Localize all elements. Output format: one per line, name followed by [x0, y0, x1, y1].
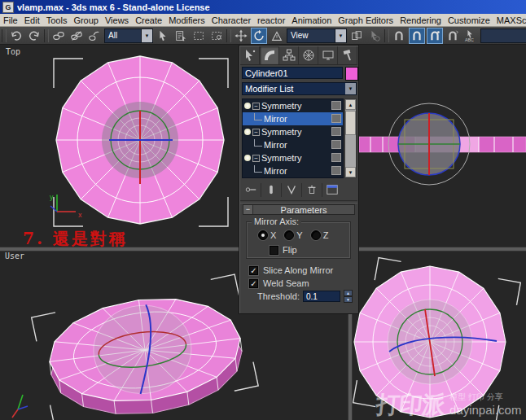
scroll-down-button[interactable]: ▼: [345, 167, 356, 177]
menu-item-tools[interactable]: Tools: [43, 15, 71, 25]
tab-hierarchy[interactable]: [279, 46, 299, 64]
tab-motion[interactable]: [299, 46, 318, 64]
use-pivot-point-center-button[interactable]: [348, 28, 365, 44]
modifier-list-dropdown[interactable]: Modifier List ▼: [242, 82, 357, 95]
stack-row-box[interactable]: [331, 101, 341, 110]
radio-axis-z[interactable]: [311, 230, 321, 240]
menu-item-reactor[interactable]: reactor: [254, 15, 288, 25]
selection-filter-dropdown[interactable]: All ▼: [104, 28, 153, 43]
menu-item-animation[interactable]: Animation: [288, 15, 335, 25]
slice-along-mirror-checkbox[interactable]: ✓: [249, 266, 258, 275]
menu-item-maxscript[interactable]: MAXScript: [493, 15, 526, 25]
spinner-down-icon[interactable]: ▼: [344, 296, 353, 303]
menu-item-graph-editors[interactable]: Graph Editors: [335, 15, 397, 25]
select-by-name-button[interactable]: [173, 28, 189, 44]
dropdown-arrow-icon[interactable]: ▼: [141, 29, 152, 42]
scroll-up-button[interactable]: ▲: [345, 99, 356, 110]
make-unique-button[interactable]: [282, 183, 302, 197]
stack-row-symmetry[interactable]: − Symmetry: [243, 99, 343, 112]
menu-item-character[interactable]: Character: [208, 15, 254, 25]
lightbulb-icon[interactable]: [244, 129, 251, 135]
dropdown-arrow-icon[interactable]: ▼: [345, 83, 356, 94]
tree-connector: [254, 139, 262, 147]
window-crossing-toggle-button[interactable]: [208, 28, 225, 44]
remove-modifier-button[interactable]: [302, 183, 322, 197]
radio-axis-y[interactable]: [284, 230, 294, 240]
front-viewport-cylinder-object[interactable]: [359, 103, 526, 185]
percent-snap-toggle-button[interactable]: [427, 28, 443, 44]
menu-item-group[interactable]: Group: [70, 15, 102, 25]
tab-create[interactable]: [240, 46, 260, 64]
weld-seam-checkbox[interactable]: ✓: [249, 279, 258, 288]
weld-seam-label: Weld Seam: [263, 278, 309, 288]
rollout-collapse-icon[interactable]: −: [243, 205, 253, 214]
object-name-field[interactable]: Cylinder01: [242, 67, 343, 79]
stack-row-box[interactable]: [331, 166, 341, 175]
named-selection-sets-dropdown[interactable]: ▼: [480, 28, 526, 43]
stack-row-box[interactable]: [331, 153, 341, 162]
tab-utilities[interactable]: [338, 46, 357, 64]
collapse-icon[interactable]: −: [252, 103, 260, 110]
configure-modifier-sets-button[interactable]: [322, 183, 342, 197]
menu-item-views[interactable]: Views: [102, 15, 132, 25]
spinner-snap-toggle-button[interactable]: [445, 28, 461, 44]
toolbar-separator: [384, 29, 389, 42]
collapse-icon[interactable]: −: [252, 155, 260, 162]
threshold-label: Threshold:: [257, 291, 300, 301]
lightbulb-icon[interactable]: [244, 103, 251, 109]
viewport-label-top[interactable]: Top: [6, 47, 20, 56]
rectangular-selection-region-button[interactable]: [191, 28, 207, 44]
tab-display[interactable]: [318, 46, 338, 64]
top-viewport-cylinder-object[interactable]: [56, 56, 224, 224]
reference-coordinate-value: View: [287, 31, 335, 40]
stack-row-box[interactable]: [331, 140, 341, 149]
show-end-result-button[interactable]: [261, 183, 282, 197]
threshold-input[interactable]: 0.1: [303, 291, 340, 302]
stack-row-mirror[interactable]: Mirror: [243, 138, 343, 151]
collapse-icon[interactable]: −: [252, 129, 260, 136]
select-and-move-button[interactable]: [233, 28, 249, 44]
object-color-swatch[interactable]: [345, 67, 358, 81]
lightbulb-icon[interactable]: [244, 155, 251, 161]
stack-row-symmetry[interactable]: − Symmetry: [243, 151, 343, 164]
dropdown-arrow-icon[interactable]: ▼: [335, 29, 346, 42]
panel-divider: [240, 200, 357, 203]
redo-button[interactable]: [26, 28, 42, 44]
select-and-link-button[interactable]: [50, 28, 67, 44]
undo-button[interactable]: [8, 28, 24, 44]
select-and-manipulate-button[interactable]: [366, 28, 383, 44]
stack-row-mirror-selected[interactable]: Mirror: [243, 112, 343, 125]
reference-coordinate-dropdown[interactable]: View ▼: [287, 28, 347, 43]
angle-snap-toggle-button[interactable]: [409, 28, 425, 44]
tab-modify[interactable]: [260, 46, 279, 64]
user-viewport-cylinder-object[interactable]: [43, 288, 248, 420]
bind-to-space-warp-button[interactable]: [86, 28, 103, 44]
select-object-button[interactable]: [155, 28, 171, 44]
stack-row-symmetry[interactable]: − Symmetry: [243, 125, 343, 138]
menu-item-modifiers[interactable]: Modifiers: [165, 15, 208, 25]
snap-toggle-button[interactable]: [391, 28, 407, 44]
threshold-spinner[interactable]: ▲ ▼: [344, 290, 353, 303]
spinner-up-icon[interactable]: ▲: [344, 290, 353, 296]
stack-row-mirror[interactable]: Mirror: [243, 164, 343, 177]
menu-item-create[interactable]: Create: [132, 15, 165, 25]
menu-item-customize[interactable]: Customize: [445, 15, 493, 25]
select-and-rotate-button[interactable]: [251, 28, 267, 44]
parameters-rollout-header[interactable]: − Parameters: [243, 204, 355, 215]
pin-stack-button[interactable]: [241, 183, 261, 197]
symmetry-mirror-gizmo-front[interactable]: [388, 103, 470, 185]
menu-item-file[interactable]: File: [0, 15, 21, 25]
radio-axis-x[interactable]: [258, 230, 268, 240]
viewport-label-user[interactable]: User: [5, 252, 24, 260]
menu-item-rendering[interactable]: Rendering: [397, 15, 445, 25]
stack-scrollbar[interactable]: ▲ ▼: [344, 98, 357, 178]
unlink-selection-button[interactable]: [68, 28, 85, 44]
keyboard-shortcut-override-button[interactable]: ABC: [462, 28, 479, 44]
menu-item-edit[interactable]: Edit: [21, 15, 43, 25]
command-panel: Cylinder01 Modifier List ▼ − Symmetry Mi…: [239, 45, 359, 314]
scroll-thumb[interactable]: [345, 111, 356, 135]
stack-row-box[interactable]: [331, 114, 341, 123]
flip-checkbox[interactable]: [270, 246, 278, 255]
stack-row-box[interactable]: [331, 127, 341, 136]
select-and-scale-button[interactable]: [269, 28, 285, 44]
